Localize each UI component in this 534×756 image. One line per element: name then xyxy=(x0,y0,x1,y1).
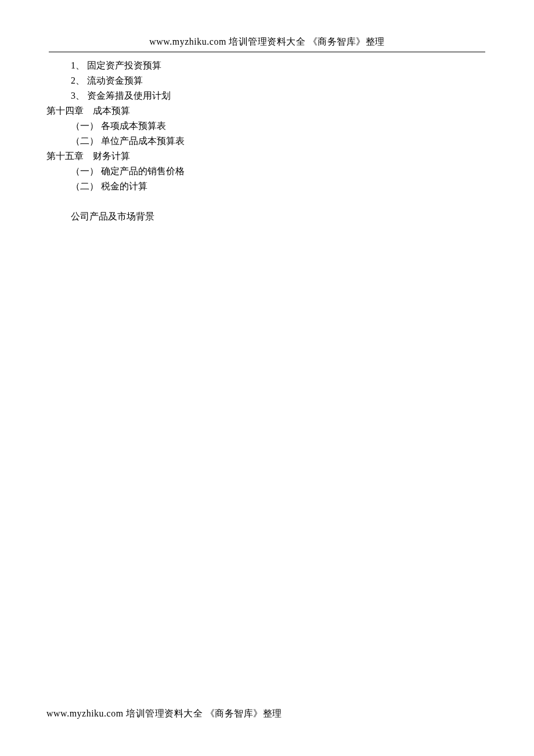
list-item: （一） 确定产品的销售价格 xyxy=(46,164,488,179)
page-footer: www.myzhiku.com 培训管理资料大全 《商务智库》整理 xyxy=(46,708,282,720)
list-item: （二） 单位产品成本预算表 xyxy=(46,134,488,149)
chapter-heading: 第十四章 成本预算 xyxy=(46,103,488,118)
chapter-heading: 第十五章 财务计算 xyxy=(46,149,488,164)
list-item: 3、 资金筹措及使用计划 xyxy=(46,88,488,103)
footer-text: www.myzhiku.com 培训管理资料大全 《商务智库》整理 xyxy=(46,708,282,718)
list-item: （一） 各项成本预算表 xyxy=(46,118,488,134)
list-item: 2、 流动资金预算 xyxy=(46,73,488,88)
header-text: www.myzhiku.com 培训管理资料大全 《商务智库》整理 xyxy=(149,37,385,46)
list-item: 1、 固定资产投资预算 xyxy=(46,58,488,73)
document-content: 1、 固定资产投资预算 2、 流动资金预算 3、 资金筹措及使用计划 第十四章 … xyxy=(46,58,488,224)
page-header: www.myzhiku.com 培训管理资料大全 《商务智库》整理 xyxy=(49,36,485,52)
list-item: （二） 税金的计算 xyxy=(46,179,488,194)
section-heading: 公司产品及市场背景 xyxy=(46,209,488,224)
document-page: www.myzhiku.com 培训管理资料大全 《商务智库》整理 1、 固定资… xyxy=(0,0,534,224)
